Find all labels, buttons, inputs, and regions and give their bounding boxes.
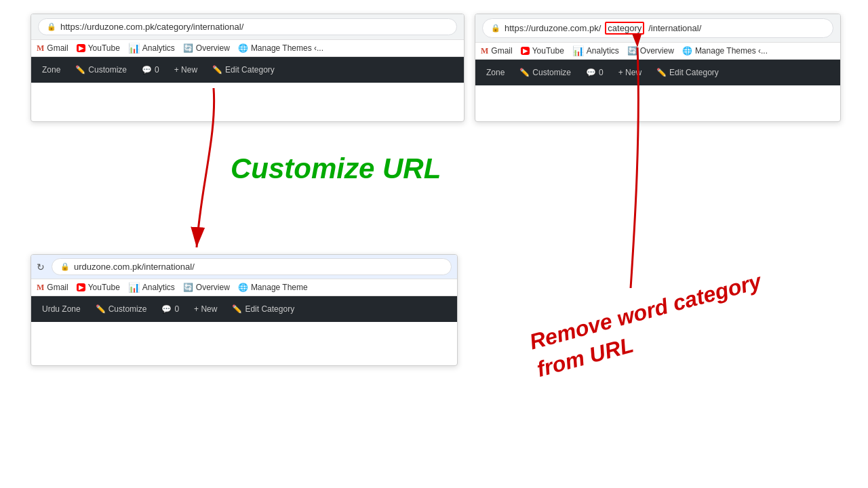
overview-label-bottom: Overview xyxy=(196,283,230,292)
arrow-down xyxy=(180,81,234,258)
gmail-icon: M xyxy=(37,43,44,54)
bookmark-youtube-bottom[interactable]: ▶ YouTube xyxy=(77,283,120,292)
url-text-bottom: urduzone.com.pk/international/ xyxy=(74,262,195,272)
refresh-icon: ↻ xyxy=(37,262,45,272)
bookmark-gmail-bottom[interactable]: M Gmail xyxy=(37,283,68,293)
address-bar-top-left: 🔒 https://urduzone.com.pk/category/inter… xyxy=(31,14,464,40)
remove-category-label: Remove word category from URL xyxy=(526,256,816,384)
youtube-label: YouTube xyxy=(88,43,120,53)
new-label-bottom: + New xyxy=(194,304,217,314)
wp-zone-item[interactable]: Zone xyxy=(37,57,66,83)
wp-customize-item-right[interactable]: ✏️ Customize xyxy=(514,60,576,85)
screenshot-bottom: ↻ 🔒 urduzone.com.pk/international/ M Gma… xyxy=(31,254,458,366)
bookmark-gmail-right[interactable]: M Gmail xyxy=(481,46,513,56)
overview-icon-bottom: 🔄 xyxy=(183,283,193,292)
themes-label-right: Manage Themes ‹... xyxy=(695,46,768,56)
bookmark-overview-bottom[interactable]: 🔄 Overview xyxy=(183,283,230,292)
lock-icon-right: 🔒 xyxy=(491,24,500,33)
screenshot-top-left: 🔒 https://urduzone.com.pk/category/inter… xyxy=(31,14,465,122)
bookmarks-bar-top-left: M Gmail ▶ YouTube 📊 Analytics 🔄 Overview… xyxy=(31,40,464,57)
analytics-label-bottom: Analytics xyxy=(142,283,175,292)
themes-icon: 🌐 xyxy=(238,43,248,53)
analytics-icon-bottom: 📊 xyxy=(128,282,140,293)
wp-edit-category-item[interactable]: ✏️ Edit Category xyxy=(207,57,280,83)
comments-count: 0 xyxy=(155,65,159,75)
edit-category-label: Edit Category xyxy=(225,65,275,75)
zone-label-right: Zone xyxy=(486,68,505,77)
wp-new-item-bottom[interactable]: + New xyxy=(189,296,222,322)
comments-icon: 💬 xyxy=(142,65,152,75)
analytics-icon: 📊 xyxy=(128,43,140,54)
youtube-label-bottom: YouTube xyxy=(88,283,120,292)
edit-icon: ✏️ xyxy=(212,65,222,75)
bookmarks-bar-bottom: M Gmail ▶ YouTube 📊 Analytics 🔄 Overview… xyxy=(31,279,457,296)
edit-category-label-bottom: Edit Category xyxy=(245,304,294,314)
themes-icon-bottom: 🌐 xyxy=(238,283,248,292)
wp-admin-bar-top-left: Zone ✏️ Customize 💬 0 + New ✏️ Edit Cate… xyxy=(31,57,464,83)
bookmark-youtube[interactable]: ▶ YouTube xyxy=(77,43,120,53)
customize-icon: ✏️ xyxy=(75,65,85,75)
url-after: /international/ xyxy=(648,23,701,33)
wp-admin-bar-bottom: Urdu Zone ✏️ Customize 💬 0 + New ✏️ Edit… xyxy=(31,296,457,322)
bookmark-analytics-bottom[interactable]: 📊 Analytics xyxy=(128,282,175,293)
bookmark-themes[interactable]: 🌐 Manage Themes ‹... xyxy=(238,43,323,53)
themes-label: Manage Themes ‹... xyxy=(251,43,323,53)
gmail-label-right: Gmail xyxy=(491,46,512,56)
url-input-bottom[interactable]: 🔒 urduzone.com.pk/international/ xyxy=(52,258,452,275)
arrow-up xyxy=(583,34,671,298)
lock-icon: 🔒 xyxy=(47,22,56,31)
overview-icon: 🔄 xyxy=(183,43,193,53)
bookmark-gmail[interactable]: M Gmail xyxy=(37,43,68,54)
new-label: + New xyxy=(174,65,197,75)
youtube-label-right: YouTube xyxy=(532,46,564,56)
edit-category-label-right: Edit Category xyxy=(669,68,719,77)
wp-urduzone-item[interactable]: Urdu Zone xyxy=(37,296,86,322)
bookmark-youtube-right[interactable]: ▶ YouTube xyxy=(521,46,564,56)
comments-count-bottom: 0 xyxy=(174,304,179,314)
customize-icon-bottom: ✏️ xyxy=(96,304,106,314)
bookmark-analytics[interactable]: 📊 Analytics xyxy=(128,43,175,54)
customize-url-label: Customize URL xyxy=(231,152,441,185)
customize-label: Customize xyxy=(88,65,127,75)
edit-icon-bottom: ✏️ xyxy=(232,304,242,314)
zone-label: Zone xyxy=(42,65,60,75)
wp-zone-item-right[interactable]: Zone xyxy=(481,60,510,85)
analytics-icon-right: 📊 xyxy=(572,45,584,56)
wp-comments-item[interactable]: 💬 0 xyxy=(136,57,165,83)
themes-label-bottom: Manage Theme xyxy=(251,283,308,292)
youtube-icon: ▶ xyxy=(77,44,85,52)
customize-label-bottom: Customize xyxy=(108,304,147,314)
address-bar-bottom: ↻ 🔒 urduzone.com.pk/international/ xyxy=(31,255,457,279)
bookmark-overview[interactable]: 🔄 Overview xyxy=(183,43,230,53)
overview-label: Overview xyxy=(196,43,230,53)
gmail-label: Gmail xyxy=(47,43,68,53)
url-input-top-left[interactable]: 🔒 https://urduzone.com.pk/category/inter… xyxy=(38,18,457,35)
youtube-icon-bottom: ▶ xyxy=(77,283,85,291)
urduzone-label: Urdu Zone xyxy=(42,304,81,314)
analytics-label: Analytics xyxy=(142,43,175,53)
wp-customize-item-bottom[interactable]: ✏️ Customize xyxy=(90,296,153,322)
themes-icon-right: 🌐 xyxy=(682,46,692,56)
gmail-icon-right: M xyxy=(481,46,488,56)
youtube-icon-right: ▶ xyxy=(521,47,530,55)
url-text-top-left: https://urduzone.com.pk/category/interna… xyxy=(60,22,243,32)
bookmark-themes-right[interactable]: 🌐 Manage Themes ‹... xyxy=(682,46,768,56)
wp-edit-category-item-bottom[interactable]: ✏️ Edit Category xyxy=(226,296,300,322)
bookmark-themes-bottom[interactable]: 🌐 Manage Theme xyxy=(238,283,308,292)
wp-new-item[interactable]: + New xyxy=(169,57,203,83)
lock-icon-bottom: 🔒 xyxy=(60,262,70,271)
wp-comments-item-bottom[interactable]: 💬 0 xyxy=(156,296,184,322)
comments-icon-bottom: 💬 xyxy=(161,304,172,314)
gmail-icon-bottom: M xyxy=(37,283,44,293)
customize-icon-right: ✏️ xyxy=(519,68,530,77)
wp-customize-item[interactable]: ✏️ Customize xyxy=(70,57,132,83)
url-highlight-category: category xyxy=(605,22,644,35)
url-before: https://urduzone.com.pk/ xyxy=(505,23,601,33)
customize-label-right: Customize xyxy=(532,68,571,77)
gmail-label-bottom: Gmail xyxy=(47,283,68,292)
